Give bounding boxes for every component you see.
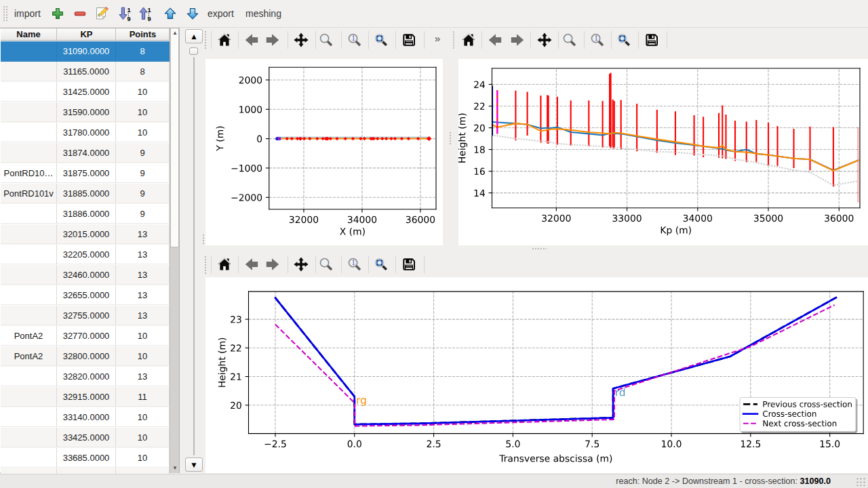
svg-text:1: 1	[148, 7, 151, 14]
svg-text:1: 1	[351, 34, 355, 42]
svg-text:9: 9	[148, 16, 151, 22]
svg-text:1: 1	[594, 34, 598, 42]
svg-text:9: 9	[127, 16, 131, 22]
svg-text:1: 1	[127, 7, 131, 14]
svg-text:1: 1	[351, 258, 355, 266]
